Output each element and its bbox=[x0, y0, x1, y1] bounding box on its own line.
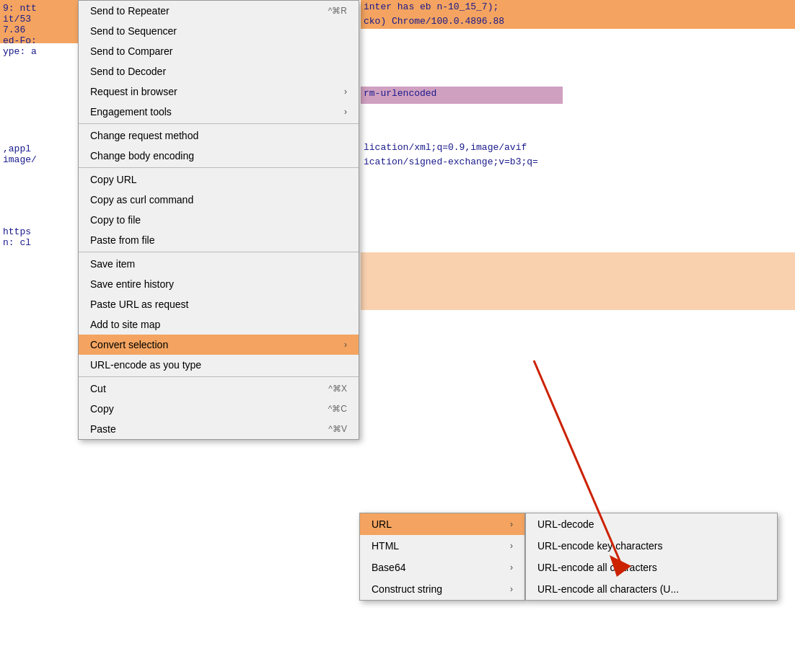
bg-right-line2: cko) Chrome/100.0.4896.88 bbox=[361, 14, 795, 29]
menu-shortcut: ^⌘C bbox=[328, 404, 347, 414]
bg-line: 7.36 bbox=[3, 25, 75, 35]
bg-urlencoded: rm-urlencoded bbox=[361, 87, 563, 104]
menu-item-save-item[interactable]: Save item bbox=[79, 254, 359, 274]
submenu-arrow-icon: › bbox=[510, 562, 513, 572]
menu-item-paste-url-request[interactable]: Paste URL as request bbox=[79, 294, 359, 314]
menu-item-request-browser[interactable]: Request in browser › bbox=[79, 81, 359, 102]
menu-item-change-request-method[interactable]: Change request method bbox=[79, 125, 359, 146]
menu-label: Request in browser bbox=[90, 86, 177, 97]
submenu-convert-selection: URL › HTML › Base64 › Construct string › bbox=[359, 513, 525, 601]
menu-separator bbox=[79, 167, 359, 168]
submenu2-item-base64[interactable]: Base64 › bbox=[360, 557, 524, 578]
bg-xml-line: lication/xml;q=0.9,image/avif bbox=[361, 141, 795, 155]
menu-item-convert-selection[interactable]: Convert selection › bbox=[79, 335, 359, 355]
menu-label: Save entire history bbox=[90, 278, 174, 290]
menu-label: Copy to file bbox=[90, 214, 141, 226]
submenu-arrow-icon: › bbox=[344, 87, 347, 97]
submenu-arrow-icon: › bbox=[344, 340, 347, 350]
menu-label: Copy as curl command bbox=[90, 194, 193, 205]
submenu3-item-url-encode-all[interactable]: URL-encode all characters bbox=[526, 557, 777, 578]
menu-item-engagement-tools[interactable]: Engagement tools › bbox=[79, 102, 359, 122]
menu-item-copy-url[interactable]: Copy URL bbox=[79, 169, 359, 190]
submenu3-item-url-encode-all-u[interactable]: URL-encode all characters (U... bbox=[526, 578, 777, 600]
menu-label: Change request method bbox=[90, 130, 198, 141]
menu-item-copy-to-file[interactable]: Copy to file bbox=[79, 210, 359, 230]
menu-label: Engagement tools bbox=[90, 106, 172, 118]
submenu-arrow-icon: › bbox=[510, 519, 513, 529]
submenu-arrow-icon: › bbox=[510, 584, 513, 594]
menu-item-copy[interactable]: Copy ^⌘C bbox=[79, 399, 359, 419]
bg-orange-block bbox=[361, 252, 795, 310]
menu-label: Copy bbox=[90, 403, 114, 415]
menu-label: Send to Decoder bbox=[90, 66, 166, 77]
menu-label: Add to site map bbox=[90, 319, 160, 330]
submenu-arrow-icon: › bbox=[510, 541, 513, 551]
submenu2-item-url[interactable]: URL › bbox=[360, 513, 524, 535]
submenu3-item-url-encode-key[interactable]: URL-encode key characters bbox=[526, 535, 777, 557]
menu-item-paste-from-file[interactable]: Paste from file bbox=[79, 230, 359, 250]
menu-shortcut: ^⌘R bbox=[328, 6, 347, 16]
menu-label: Paste from file bbox=[90, 234, 154, 246]
menu-label: Save item bbox=[90, 258, 135, 270]
menu-label: Cut bbox=[90, 383, 106, 394]
submenu2-item-construct-string[interactable]: Construct string › bbox=[360, 578, 524, 600]
bg-line: it/53 bbox=[3, 14, 75, 25]
menu-item-url-encode-type[interactable]: URL-encode as you type bbox=[79, 355, 359, 375]
menu-item-change-body-encoding[interactable]: Change body encoding bbox=[79, 146, 359, 166]
menu-item-save-history[interactable]: Save entire history bbox=[79, 274, 359, 294]
menu-label: URL bbox=[372, 518, 392, 530]
menu-label: Base64 bbox=[372, 562, 405, 573]
menu-item-cut[interactable]: Cut ^⌘X bbox=[79, 379, 359, 399]
submenu-arrow-icon: › bbox=[344, 107, 347, 117]
menu-label: Copy URL bbox=[90, 174, 137, 185]
menu-item-send-comparer[interactable]: Send to Comparer bbox=[79, 41, 359, 61]
menu-separator bbox=[79, 252, 359, 252]
submenu2-item-html[interactable]: HTML › bbox=[360, 535, 524, 557]
submenu3-item-url-decode[interactable]: URL-decode bbox=[526, 513, 777, 535]
bg-line: image/ bbox=[3, 154, 75, 165]
menu-item-paste[interactable]: Paste ^⌘V bbox=[79, 419, 359, 439]
menu-item-add-sitemap[interactable]: Add to site map bbox=[79, 314, 359, 335]
menu-label: Change body encoding bbox=[90, 150, 194, 162]
context-menu: Send to Repeater ^⌘R Send to Sequencer S… bbox=[78, 0, 359, 440]
menu-label: Send to Comparer bbox=[90, 45, 172, 57]
menu-label: Construct string bbox=[372, 583, 442, 595]
bg-right-line1: inter has eb n-10_15_7); bbox=[361, 0, 795, 14]
menu-label: URL-encode all characters bbox=[537, 562, 657, 573]
menu-label: URL-encode key characters bbox=[537, 540, 663, 552]
menu-label: URL-encode as you type bbox=[90, 359, 201, 371]
menu-item-copy-curl[interactable]: Copy as curl command bbox=[79, 190, 359, 210]
menu-label: Send to Repeater bbox=[90, 5, 170, 17]
bg-line: n: cl bbox=[3, 237, 75, 248]
menu-label: Send to Sequencer bbox=[90, 25, 177, 37]
menu-label: Paste URL as request bbox=[90, 299, 188, 310]
bg-line: ,appl bbox=[3, 143, 75, 154]
menu-label: Paste bbox=[90, 423, 116, 435]
submenu-url-options: URL-decode URL-encode key characters URL… bbox=[525, 513, 778, 601]
menu-shortcut: ^⌘V bbox=[328, 424, 347, 434]
menu-label: HTML bbox=[372, 540, 399, 552]
menu-item-send-repeater[interactable]: Send to Repeater ^⌘R bbox=[79, 1, 359, 21]
menu-label: URL-encode all characters (U... bbox=[537, 583, 679, 595]
menu-shortcut: ^⌘X bbox=[328, 384, 347, 394]
menu-separator bbox=[79, 376, 359, 377]
menu-item-send-decoder[interactable]: Send to Decoder bbox=[79, 61, 359, 81]
menu-label: Convert selection bbox=[90, 339, 168, 350]
bg-line: https bbox=[3, 226, 75, 237]
bg-line: ype: a bbox=[3, 46, 75, 57]
menu-separator bbox=[79, 123, 359, 124]
menu-item-send-sequencer[interactable]: Send to Sequencer bbox=[79, 21, 359, 41]
bg-exchange-line: ication/signed-exchange;v=b3;q= bbox=[361, 155, 795, 169]
bg-line: 9: ntt bbox=[3, 3, 75, 14]
menu-label: URL-decode bbox=[537, 518, 594, 530]
